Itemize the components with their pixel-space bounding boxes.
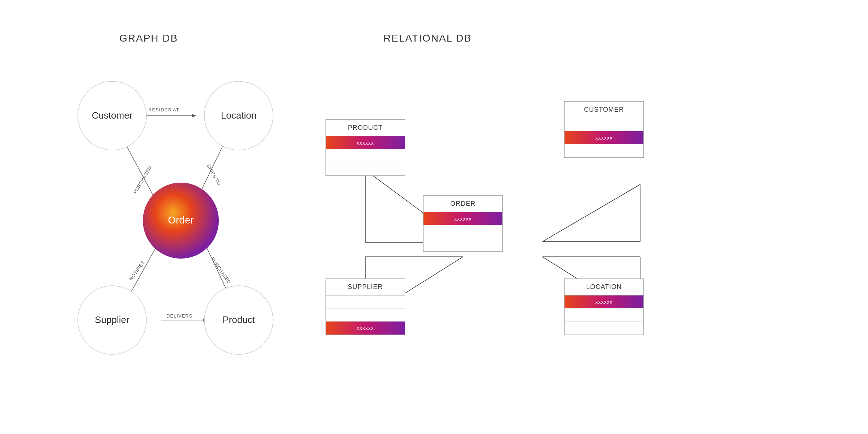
- location-table: LOCATION xxxxxx: [564, 278, 644, 335]
- supplier-row-1: [326, 295, 405, 309]
- order-table-header: ORDER: [424, 196, 502, 212]
- location-row-1: [565, 309, 643, 322]
- graph-diagram: RESIDES AT PURCHASED SHIPS TO NOTIFIES P…: [54, 54, 326, 380]
- customer-row-gradient: xxxxxx: [565, 131, 643, 144]
- svg-text:Customer: Customer: [92, 110, 133, 121]
- svg-text:PURCHASED: PURCHASED: [132, 165, 153, 195]
- supplier-table-header: SUPPLIER: [326, 279, 405, 295]
- svg-text:PURCHASED: PURCHASED: [210, 256, 232, 285]
- location-row-2: [565, 322, 643, 335]
- relational-diagram: PRODUCT xxxxxx CUSTOMER xxxxxx ORDER xxx…: [326, 65, 814, 391]
- supplier-row-2: [326, 309, 405, 322]
- svg-text:RESIDES AT: RESIDES AT: [148, 107, 179, 112]
- svg-text:SHIPS TO: SHIPS TO: [206, 163, 222, 186]
- svg-text:DELIVERS: DELIVERS: [166, 313, 192, 319]
- graph-db-title: GRAPH DB: [119, 33, 178, 44]
- customer-table-header: CUSTOMER: [565, 102, 643, 118]
- product-row-gradient: xxxxxx: [326, 136, 405, 149]
- order-row-1: [424, 225, 502, 238]
- svg-text:Supplier: Supplier: [95, 314, 129, 325]
- customer-row-1: [565, 118, 643, 131]
- relational-db-title: RELATIONAL DB: [383, 33, 472, 44]
- svg-text:Location: Location: [221, 110, 256, 121]
- svg-line-25: [542, 184, 640, 242]
- supplier-row-gradient: xxxxxx: [326, 322, 405, 335]
- order-row-gradient: xxxxxx: [424, 212, 502, 225]
- svg-text:Order: Order: [168, 214, 194, 226]
- product-row-1: [326, 149, 405, 162]
- order-row-2: [424, 238, 502, 251]
- svg-text:Product: Product: [222, 314, 255, 325]
- product-table: PRODUCT xxxxxx: [326, 119, 405, 176]
- order-table: ORDER xxxxxx: [423, 195, 503, 252]
- customer-table: CUSTOMER xxxxxx: [564, 101, 644, 158]
- location-row-gradient: xxxxxx: [565, 295, 643, 309]
- product-table-header: PRODUCT: [326, 120, 405, 136]
- product-row-2: [326, 162, 405, 175]
- location-table-header: LOCATION: [565, 279, 643, 295]
- customer-row-2: [565, 144, 643, 157]
- supplier-table: SUPPLIER xxxxxx: [326, 278, 405, 335]
